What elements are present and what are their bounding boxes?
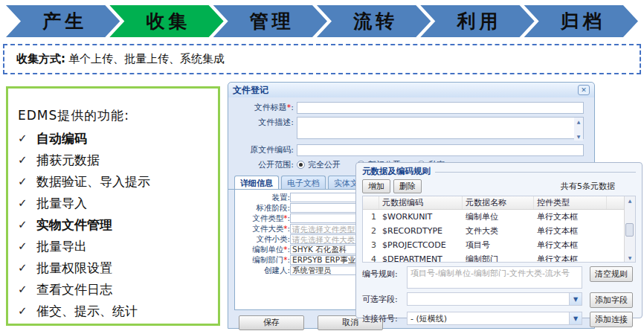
radio-icon[interactable] [297,161,305,169]
department-label: 编制部门*: [235,255,290,266]
check-icon: ✓ [18,301,36,322]
file-desc-label: 文件描述: [236,117,297,129]
file-minor-class-label: 文件小类: [235,234,290,245]
tab-detail-info[interactable]: 详细信息 [234,176,279,189]
table-row[interactable]: 4 $DEPARTMENT 编制部门 单行文本框 [363,252,635,263]
metadata-panel-title: 元数据及编码规则 [362,166,636,177]
connector-select[interactable]: - (短横线) ▼ [407,312,582,325]
rule-input[interactable]: 项目号-编制单位-编制部门-文件大类-流水号 [407,266,582,289]
add-connector-button[interactable]: 添加连接 [590,312,633,327]
flow-step-archive: 归档 [524,5,638,37]
slide: 产生 收集 管理 流转 利用 归档 收集方式: 单个上传、批量上传、系统集成 E… [0,0,644,331]
save-button[interactable]: 保存 [239,315,304,330]
feature-item: ✓ 批量权限设置 [18,257,215,279]
features-title: EDMS提供的功能: [18,107,215,124]
scroll-up-icon[interactable]: ▲ [628,198,632,203]
feature-item: ✓ 捕获元数据 [18,150,215,171]
radio-public[interactable]: 完全公开 [297,159,341,170]
rule-label: 编号规则: [362,266,407,280]
flow-step-manage: 管理 [213,5,327,37]
table-row[interactable]: 2 $RECORDTYPE 文件大类 单行文本框 [363,224,635,238]
scroll-down-icon[interactable]: ▼ [577,134,581,139]
dialog-titlebar: 文件登记 ✕ [228,83,594,97]
file-title-label: 文件标题*: [236,102,297,114]
flow-step-use: 利用 [420,5,534,37]
dialog-title: 文件登记 [233,84,268,97]
features-box: EDMS提供的功能: ✓ 自动编码 ✓ 捕获元数据 ✓ 数据验证、导入提示 ✓ … [6,86,220,326]
feature-item: ✓ 批量导出 [18,236,215,257]
file-major-class-label: 文件大类*: [235,224,290,234]
tab-edoc[interactable]: 电子文档 [281,176,326,189]
feature-item: ✓ 查看文件日志 [18,279,215,301]
check-icon: ✓ [18,214,36,236]
flow-step-produce: 产生 [6,5,120,37]
optional-field-label: 可选字段: [362,292,407,305]
col-code[interactable]: 元数据编码 [379,196,463,209]
optional-field-select[interactable]: ▼ [407,292,582,306]
device-label: 装置: [235,193,290,203]
feature-item: ✓ 批量导入 [18,193,215,214]
add-field-button[interactable]: 添加字段 [590,292,633,308]
check-icon: ✓ [18,279,36,301]
metadata-table: 元数据编码 元数据名称 控件类型 1 $WORKUNIT 编制单位 单行文本框 … [362,196,636,263]
feature-item: ✓ 实物文件管理 [18,214,215,236]
check-icon: ✓ [18,150,36,171]
metadata-rule-panel: 元数据及编码规则 增加 删除 共有5条元数据 元数据编码 元数据名称 控件类型 … [355,162,643,318]
table-row[interactable]: 1 $WORKUNIT 编制单位 单行文本框 [363,210,635,224]
collect-method-box: 收集方式: 单个上传、批量上传、系统集成 [3,44,641,74]
process-flow: 产生 收集 管理 流转 利用 归档 [6,5,638,37]
scroll-up-icon[interactable]: ▲ [577,119,581,124]
creator-label: 创建人: [235,266,290,276]
file-desc-textarea[interactable] [297,117,584,139]
scrollbar-thumb[interactable] [625,223,634,237]
chevron-down-icon[interactable]: ▼ [569,293,582,305]
metadata-count: 共有5条元数据 [561,181,636,192]
dialog-top-form: 文件标题*: 文件描述: ▲ ▼ 原文件编码: 公开范围: [228,97,594,170]
flow-step-transfer: 流转 [317,5,431,37]
clear-rule-button[interactable]: 清空规则 [590,266,633,282]
check-icon: ✓ [18,128,36,150]
chevron-down-icon[interactable]: ▼ [569,312,582,324]
table-header-row: 元数据编码 元数据名称 控件类型 [363,196,635,210]
scroll-down-icon[interactable]: ▼ [628,255,632,260]
file-title-input[interactable] [297,102,584,114]
orig-code-label: 原文件编码: [236,144,297,156]
feature-item: ✓ 催交、提示、统计 [18,301,215,322]
fieldset-line [435,172,636,173]
close-icon[interactable]: ✕ [578,85,590,95]
delete-metadata-button[interactable]: 删除 [393,179,422,193]
check-icon: ✓ [18,257,36,279]
orig-code-input[interactable] [297,144,584,156]
metadata-toolbar: 增加 删除 共有5条元数据 [362,179,636,193]
textarea-scrollbar[interactable]: ▲ ▼ [574,118,583,141]
col-name[interactable]: 元数据名称 [463,196,534,209]
connector-label: 连接符号: [362,312,407,324]
flow-step-collect: 收集 [109,5,223,37]
col-type[interactable]: 控件类型 [534,196,607,209]
feature-item: ✓ 数据验证、导入提示 [18,171,215,193]
standard-stage-label: 标准阶段: [235,203,290,213]
add-metadata-button[interactable]: 增加 [362,179,390,193]
check-icon: ✓ [18,171,36,193]
work-unit-label: 编制单位*: [235,245,290,255]
check-icon: ✓ [18,236,36,257]
collect-method-text: 单个上传、批量上传、系统集成 [68,52,225,66]
feature-item: ✓ 自动编码 [18,128,215,150]
collect-method-label: 收集方式: [16,52,65,66]
table-row[interactable]: 3 $PROJECTCODE 项目号 单行文本框 [363,238,635,252]
check-icon: ✓ [18,193,36,214]
file-type-label: 文件类型*: [235,213,290,224]
scope-label: 公开范围: [236,159,297,171]
